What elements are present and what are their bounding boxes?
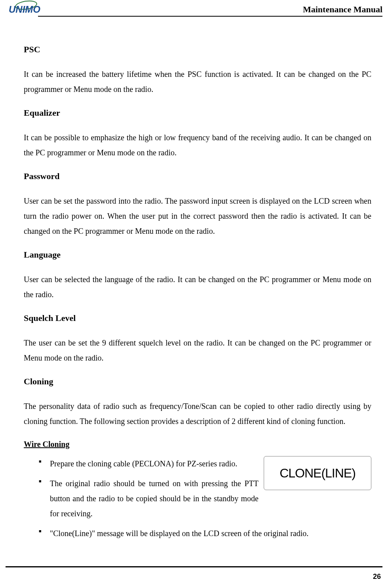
wire-cloning-list: Prepare the cloning cable (PECLONA) for … <box>24 456 371 541</box>
wire-cloning-subheading: Wire Cloning <box>24 440 371 449</box>
list-item: "Clone(Line)" message will be displayed … <box>39 526 371 541</box>
wire-cloning-section: CLONE(LINE) Prepare the cloning cable (P… <box>24 456 371 541</box>
cloning-text: The personality data of radio such as fr… <box>24 399 371 429</box>
squelch-text: The user can be set the 9 different sque… <box>24 335 371 365</box>
logo-text: UNIMO <box>9 4 40 15</box>
equalizer-heading: Equalizer <box>24 108 371 118</box>
psc-heading: PSC <box>24 44 371 55</box>
list-item: The original radio should be turned on w… <box>39 476 371 521</box>
password-text: User can be set the password into the ra… <box>24 193 371 239</box>
list-item: Prepare the cloning cable (PECLONA) for … <box>39 456 371 471</box>
logo: UNIMO <box>6 4 40 15</box>
page-header: UNIMO Maintenance Manual <box>0 0 388 15</box>
psc-text: It can be increased the battery lifetime… <box>24 67 371 97</box>
language-text: User can be selected the language of the… <box>24 272 371 302</box>
cloning-heading: Cloning <box>24 376 371 387</box>
header-title: Maintenance Manual <box>303 4 382 15</box>
equalizer-text: It can be possible to emphasize the high… <box>24 130 371 160</box>
squelch-heading: Squelch Level <box>24 313 371 323</box>
page-content: PSC It can be increased the battery life… <box>0 17 388 541</box>
footer-divider <box>6 566 382 567</box>
language-heading: Language <box>24 250 371 260</box>
page-number: 26 <box>373 573 381 581</box>
password-heading: Password <box>24 171 371 181</box>
